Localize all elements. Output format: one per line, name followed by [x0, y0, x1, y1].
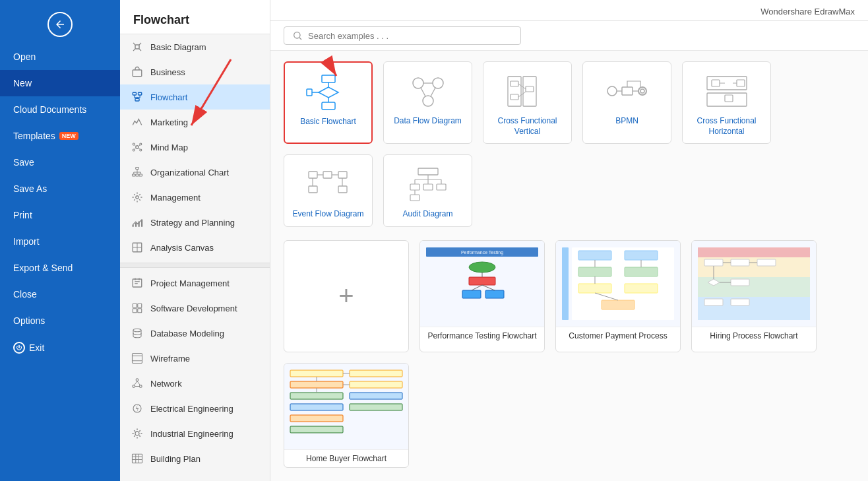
svg-point-6 [136, 146, 139, 149]
cat-strategy[interactable]: Strategy and Planning [120, 210, 270, 235]
cat-project[interactable]: Project Management [120, 271, 270, 296]
cat-wireframe[interactable]: Wireframe [120, 346, 270, 371]
audit-preview [402, 164, 454, 204]
search-input[interactable] [308, 31, 512, 41]
sidebar-item-export[interactable]: Export & Send [0, 255, 120, 281]
sidebar-item-cloud[interactable]: Cloud Documents [0, 96, 120, 123]
svg-rect-3 [133, 92, 136, 95]
svg-rect-132 [757, 259, 776, 266]
svg-rect-93 [418, 168, 438, 175]
wireframe-icon [131, 352, 144, 365]
template-label: Basic Flowchart [300, 117, 356, 127]
sidebar-item-new[interactable]: New [0, 70, 120, 96]
cat-orgchart[interactable]: Organizational Chart [120, 160, 270, 185]
software-icon [131, 302, 144, 315]
sidebar-item-import[interactable]: Import [0, 228, 120, 255]
template-data-flow[interactable]: Data Flow Diagram [383, 61, 472, 144]
top-bar: Wondershare EdrawMax [270, 0, 868, 21]
back-button[interactable] [0, 0, 120, 44]
flowchart-icon [131, 90, 144, 104]
database-icon [131, 327, 144, 340]
template-basic-flowchart[interactable]: Basic Flowchart [284, 61, 373, 144]
cat-mindmap[interactable]: Mind Map [120, 135, 270, 160]
sidebar-item-print[interactable]: Print [0, 202, 120, 228]
svg-point-10 [140, 149, 142, 151]
svg-point-71 [607, 86, 617, 96]
data-flow-preview [402, 71, 454, 111]
example-home-buyer[interactable]: Home Buyer Flowchart [284, 363, 409, 468]
svg-rect-113 [562, 247, 569, 320]
svg-line-63 [431, 88, 435, 96]
svg-line-111 [472, 285, 482, 290]
cat-flowchart[interactable]: Flowchart [120, 84, 270, 110]
svg-rect-86 [338, 172, 347, 178]
strategy-icon [131, 216, 144, 229]
basic-diagram-icon [131, 40, 144, 53]
sidebar-item-close[interactable]: Close [0, 281, 120, 307]
template-cross-vertical[interactable]: Cross Functional Vertical [483, 61, 572, 144]
new-file-card[interactable]: + [284, 240, 409, 352]
svg-rect-147 [350, 370, 402, 377]
svg-point-73 [638, 87, 646, 95]
svg-rect-146 [290, 426, 343, 433]
template-label: Cross Functional Horizontal [688, 116, 765, 137]
cat-database[interactable]: Database Modeling [120, 321, 270, 346]
cat-analysis[interactable]: Analysis Canvas [120, 235, 270, 260]
cat-industrial[interactable]: Industrial Engineering [120, 421, 270, 446]
search-input-wrap[interactable] [284, 26, 521, 45]
svg-rect-131 [731, 259, 749, 266]
svg-line-12 [139, 145, 140, 146]
svg-rect-21 [135, 223, 137, 227]
example-label: Customer Payment Process [556, 327, 680, 344]
example-perf-testing[interactable]: Performance Testing Performance Testing … [419, 240, 545, 352]
svg-rect-103 [410, 195, 419, 201]
svg-rect-88 [338, 186, 347, 193]
svg-rect-87 [309, 186, 317, 193]
cat-basic-diagram[interactable]: Basic Diagram [120, 34, 270, 59]
template-grid: Basic Flowchart Data Flow Diagram [284, 61, 855, 227]
template-cross-horizontal[interactable]: Cross Functional Horizontal [682, 61, 771, 144]
cross-vertical-preview [501, 71, 554, 111]
svg-rect-68 [511, 94, 518, 100]
cat-business[interactable]: Business [120, 59, 270, 84]
template-audit[interactable]: Audit Diagram [383, 154, 472, 227]
network-icon [131, 377, 144, 390]
analysis-icon [131, 241, 144, 254]
example-hiring[interactable]: Hiring Process Flowchart [691, 240, 817, 352]
cat-marketing[interactable]: Marketing [120, 110, 270, 135]
svg-rect-15 [136, 168, 139, 170]
svg-rect-57 [322, 102, 335, 110]
svg-rect-34 [133, 309, 137, 313]
svg-rect-72 [622, 87, 633, 95]
svg-text:Performance Testing: Performance Testing [461, 250, 503, 255]
sidebar-item-saveas[interactable]: Save As [0, 176, 120, 202]
cat-management[interactable]: Management [120, 185, 270, 210]
sidebar-item-options[interactable]: Options [0, 307, 120, 334]
svg-rect-33 [138, 304, 142, 307]
example-customer-payment[interactable]: Customer Payment Process [555, 240, 681, 352]
template-event-flow[interactable]: Event Flow Diagram [284, 154, 373, 227]
sidebar-item-exit[interactable]: Exit [0, 334, 120, 362]
svg-line-11 [135, 145, 136, 146]
main-content: Wondershare EdrawMax [270, 0, 868, 481]
template-bpmn[interactable]: BPMN [582, 61, 671, 144]
cat-software[interactable]: Software Development [120, 296, 270, 321]
svg-rect-18 [139, 174, 142, 176]
svg-rect-2 [133, 70, 142, 77]
building-icon [131, 452, 144, 465]
cat-building[interactable]: Building Plan [120, 446, 270, 471]
sidebar-item-open[interactable]: Open [0, 44, 120, 70]
svg-rect-126 [698, 247, 810, 257]
event-flow-preview [302, 164, 355, 204]
svg-rect-101 [437, 184, 446, 190]
industrial-icon [131, 427, 144, 440]
svg-rect-145 [290, 415, 343, 422]
cat-electrical[interactable]: Electrical Engineering [120, 396, 270, 421]
svg-rect-107 [469, 277, 495, 285]
sidebar-item-save[interactable]: Save [0, 149, 120, 176]
template-label: Event Flow Diagram [292, 209, 363, 220]
sidebar-item-templates[interactable]: Templates NEW [0, 123, 120, 149]
cat-network[interactable]: Network [120, 371, 270, 396]
svg-point-40 [136, 379, 139, 381]
svg-rect-118 [625, 267, 658, 276]
